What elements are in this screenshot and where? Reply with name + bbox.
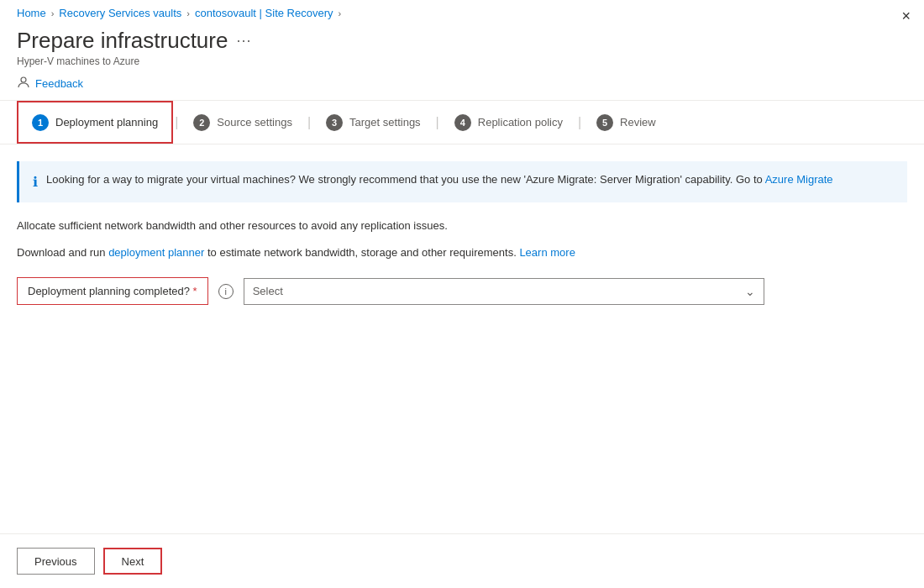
field-row: Deployment planning completed? * i Selec… [17,277,907,305]
svg-point-0 [21,77,26,82]
select-placeholder: Select [253,285,283,297]
info-banner: ℹ Looking for a way to migrate your virt… [17,161,907,202]
breadcrumb: Home › Recovery Services vaults › contos… [0,0,924,24]
footer: Previous Next [0,533,924,588]
field-label-box: Deployment planning completed? * [17,277,208,305]
close-button[interactable]: × [901,8,911,24]
feedback-label[interactable]: Feedback [35,77,83,90]
deployment-planner-link[interactable]: deployment planner [108,246,204,259]
feedback-icon [17,76,30,92]
page-header: Prepare infrastructure ··· Hyper-V machi… [0,24,924,67]
step-source-settings[interactable]: 2 Source settings [180,101,306,144]
azure-migrate-link[interactable]: Azure Migrate [765,173,833,186]
info-icon: ℹ [33,172,38,192]
download-text-after: to estimate network bandwidth, storage a… [204,246,519,259]
required-marker: * [193,285,197,297]
page-title-text: Prepare infrastructure [17,28,228,54]
field-label: Deployment planning completed? [28,285,190,297]
chevron-down-icon: ⌄ [745,285,755,298]
breadcrumb-contosovault[interactable]: contosovault | Site Recovery [195,7,333,19]
download-text-before: Download and run [17,246,108,259]
step-deployment-planning[interactable]: 1 Deployment planning [17,101,173,144]
alloc-text: Allocate sufficient network bandwidth an… [17,218,907,234]
step-replication-policy[interactable]: 4 Replication policy [441,101,576,144]
breadcrumb-sep-1: › [51,8,55,18]
step-2-number: 2 [193,114,210,131]
learn-more-link[interactable]: Learn more [519,246,575,259]
breadcrumb-sep-3: › [339,8,342,18]
deployment-planning-select[interactable]: Select ⌄ [244,278,764,305]
content-area: ℹ Looking for a way to migrate your virt… [0,144,924,305]
download-text: Download and run deployment planner to e… [17,244,907,261]
breadcrumb-home[interactable]: Home [17,7,46,19]
breadcrumb-rsv[interactable]: Recovery Services vaults [59,7,181,19]
feedback-bar: Feedback [0,67,924,101]
field-info-icon[interactable]: i [218,284,234,299]
step-3-number: 3 [326,114,343,131]
step-2-label: Source settings [217,116,292,129]
step-5-number: 5 [596,114,613,131]
more-options-button[interactable]: ··· [236,32,251,50]
step-divider-4: | [576,115,583,130]
step-review[interactable]: 5 Review [583,101,669,144]
wizard-steps: 1 Deployment planning | 2 Source setting… [0,101,924,144]
page-subtitle: Hyper-V machines to Azure [17,55,907,67]
step-target-settings[interactable]: 3 Target settings [312,101,434,144]
step-4-label: Replication policy [478,116,563,129]
step-4-number: 4 [454,114,471,131]
step-divider-1: | [173,115,180,130]
breadcrumb-sep-2: › [186,8,190,18]
step-1-label: Deployment planning [55,116,158,129]
next-button[interactable]: Next [103,548,163,575]
previous-button[interactable]: Previous [17,548,95,575]
step-1-number: 1 [32,114,49,131]
info-banner-text: Looking for a way to migrate your virtua… [46,171,833,188]
info-banner-text-before: Looking for a way to migrate your virtua… [46,173,765,186]
step-5-label: Review [620,116,656,129]
step-divider-3: | [434,115,441,130]
step-3-label: Target settings [349,116,421,129]
step-divider-2: | [306,115,312,130]
